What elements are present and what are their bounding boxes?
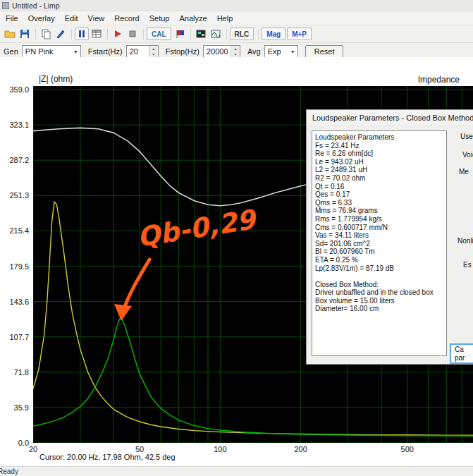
param-line: Diameter= 16.00 cm bbox=[315, 305, 446, 313]
copy-button[interactable] bbox=[39, 28, 53, 40]
param-line: Rms = 1.779954 kg/s bbox=[315, 215, 446, 224]
param-line: Sd= 201.06 cm^2 bbox=[315, 240, 446, 248]
status-bar: Ready bbox=[0, 466, 473, 476]
y-axis-title: |Z| (ohm) bbox=[39, 74, 73, 84]
y-axis-label: 71.8 bbox=[0, 368, 30, 377]
loudspeaker-parameters-dialog[interactable]: Loudspeaker Parameters - Closed Box Meth… bbox=[306, 109, 473, 365]
param-line: Bl = 20.607960 Tm bbox=[315, 248, 446, 256]
generator-select[interactable]: PN Pink ▼ bbox=[22, 45, 81, 58]
gen-label: Gen bbox=[4, 47, 18, 56]
dialog-fragment-es: Es bbox=[463, 261, 472, 269]
stop-icon bbox=[127, 28, 138, 39]
down-arrow-icon[interactable]: ▼ bbox=[231, 51, 240, 57]
chart-title: Impedance bbox=[418, 75, 460, 85]
toolbar-separator bbox=[71, 29, 72, 39]
title-bar: Untitled - Limp bbox=[0, 0, 473, 11]
menu-edit[interactable]: Edit bbox=[60, 13, 83, 24]
overlay-flag-button[interactable] bbox=[173, 28, 187, 40]
down-arrow-icon[interactable]: ▼ bbox=[149, 51, 158, 57]
toolbar-separator bbox=[143, 29, 144, 39]
open-button[interactable] bbox=[3, 28, 17, 40]
dialog-title: Loudspeaker Parameters - Closed Box Meth… bbox=[312, 114, 473, 122]
button-line-1: Ca bbox=[455, 346, 473, 354]
avg-value: Exp bbox=[268, 47, 281, 56]
menu-setup[interactable]: Setup bbox=[145, 13, 175, 24]
avg-select[interactable]: Exp ▼ bbox=[264, 45, 298, 58]
menu-file[interactable]: File bbox=[1, 13, 23, 24]
menu-view[interactable]: View bbox=[83, 13, 110, 24]
pen-button[interactable] bbox=[54, 28, 68, 40]
menu-help[interactable]: Help bbox=[212, 13, 238, 24]
chevron-down-icon: ▼ bbox=[71, 49, 80, 54]
app-icon bbox=[2, 2, 9, 9]
param-line: Closed Box Method: bbox=[315, 281, 446, 289]
dialog-fragment-me: Me bbox=[459, 168, 469, 176]
parameters-listbox[interactable]: Loudspeaker ParametersFs = 23.41 HzRe = … bbox=[312, 130, 447, 356]
save-button[interactable] bbox=[18, 28, 32, 40]
toolbar-separator bbox=[226, 29, 227, 39]
toolbar-separator bbox=[35, 29, 36, 39]
stepper-arrows[interactable]: ▲▼ bbox=[149, 46, 158, 57]
param-line: L2 = 2489.31 uH bbox=[315, 166, 446, 174]
pause-icon bbox=[76, 28, 87, 39]
toolbar-separator bbox=[258, 29, 259, 39]
button-line-2: par bbox=[455, 354, 473, 362]
param-line: Loudspeaker Parameters bbox=[315, 133, 446, 142]
dialog-fragment-user: User bbox=[460, 133, 473, 140]
menu-record[interactable]: Record bbox=[109, 13, 144, 24]
x-axis-label: 500 bbox=[395, 445, 419, 453]
open-folder-icon bbox=[4, 28, 16, 39]
dialog-fragment-nonlinear: Nonlin bbox=[457, 237, 473, 245]
floppy-disk-icon bbox=[19, 28, 30, 39]
toolbar-separator bbox=[107, 29, 108, 39]
y-axis-label: 179.5 bbox=[0, 262, 30, 271]
param-line: R2 = 70.02 ohm bbox=[315, 174, 446, 183]
y-axis-label: 143.6 bbox=[0, 298, 30, 306]
up-arrow-icon[interactable]: ▲ bbox=[231, 46, 240, 51]
param-line: Mms = 76.94 grams bbox=[315, 207, 446, 215]
table-button[interactable] bbox=[90, 28, 104, 40]
y-axis-label: 35.9 bbox=[0, 403, 30, 412]
mp-button[interactable]: M+P bbox=[287, 28, 312, 40]
menu-analyze[interactable]: Analyze bbox=[174, 13, 211, 24]
flag-icon bbox=[174, 28, 185, 39]
x-axis-label: 100 bbox=[208, 445, 232, 453]
fstart-value: 20 bbox=[127, 46, 149, 57]
y-axis-label: 323.1 bbox=[0, 121, 30, 129]
cal-button[interactable]: CAL bbox=[147, 28, 171, 40]
fstart-label: Fstart(Hz) bbox=[88, 47, 123, 56]
param-line: Qms = 6.33 bbox=[315, 199, 446, 207]
x-axis-label: 200 bbox=[289, 445, 313, 453]
signal-button[interactable] bbox=[209, 28, 223, 40]
y-axis-label: 359.0 bbox=[0, 85, 30, 94]
up-arrow-icon[interactable]: ▲ bbox=[149, 46, 158, 51]
play-icon bbox=[112, 28, 123, 39]
mag-button[interactable]: Mag bbox=[262, 28, 285, 40]
pause-button[interactable] bbox=[75, 28, 89, 40]
calculate-parameters-button[interactable]: Ca par bbox=[450, 343, 473, 364]
fstart-stepper[interactable]: 20 ▲▼ bbox=[126, 45, 159, 58]
fstop-label: Fstop(Hz) bbox=[166, 47, 199, 56]
dialog-fragment-voice: Voic bbox=[462, 151, 473, 159]
waveform-icon bbox=[210, 28, 221, 39]
param-line: Le = 943.02 uH bbox=[315, 158, 446, 166]
param-line: Re = 6.26 ohm[dc] bbox=[315, 149, 446, 158]
param-line: Cms = 0.600717 mm/N bbox=[315, 224, 446, 232]
reset-button[interactable]: Reset bbox=[305, 45, 344, 58]
stop-button[interactable] bbox=[125, 28, 140, 40]
fstop-value: 20000 bbox=[204, 46, 231, 57]
fstop-stepper[interactable]: 20000 ▲▼ bbox=[203, 45, 240, 58]
cursor-readout: Cursor: 20.00 Hz, 17.98 Ohm, 42.5 deg bbox=[39, 453, 176, 461]
menu-overlay[interactable]: Overlay bbox=[23, 13, 60, 24]
rlc-button[interactable]: RLC bbox=[230, 28, 254, 40]
y-axis: 359.0323.1287.2251.3215.4179.5143.6107.7… bbox=[0, 57, 30, 452]
toolbar: CAL RLC Mag M+P bbox=[0, 25, 473, 43]
play-button[interactable] bbox=[111, 28, 125, 40]
menu-bar: File Overlay Edit View Record Setup Anal… bbox=[0, 11, 473, 25]
y-axis-label: 215.4 bbox=[0, 226, 30, 235]
param-line: Vas = 34.11 liters bbox=[315, 231, 446, 240]
toolbar-separator bbox=[190, 29, 191, 39]
overlay-manager-button[interactable] bbox=[194, 28, 208, 40]
dialog-title-bar[interactable]: Loudspeaker Parameters - Closed Box Meth… bbox=[307, 110, 473, 126]
stepper-arrows[interactable]: ▲▼ bbox=[231, 46, 240, 57]
